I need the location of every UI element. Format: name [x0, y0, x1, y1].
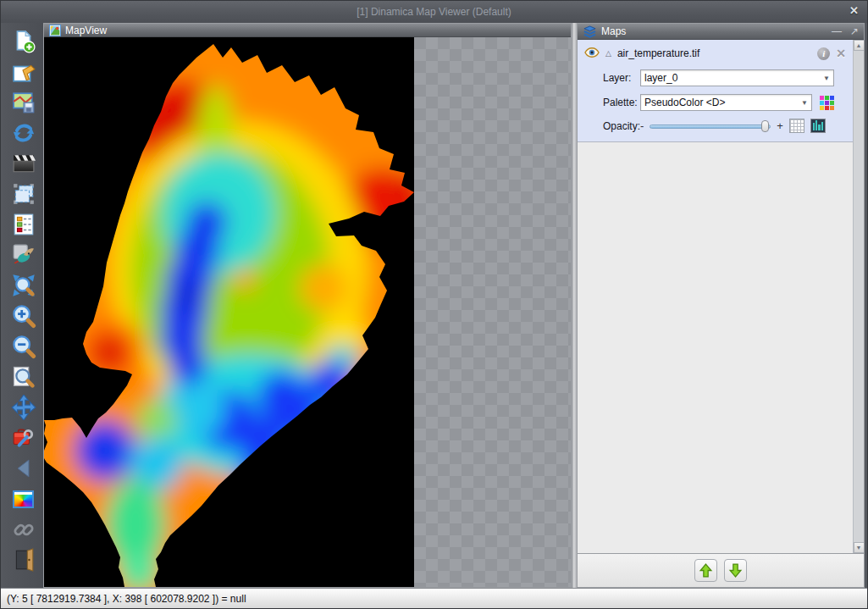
histogram-icon[interactable] — [810, 119, 826, 133]
animation-button[interactable] — [8, 148, 39, 179]
copy-view-button[interactable] — [8, 179, 39, 209]
copy-view-icon — [12, 182, 36, 206]
minimize-icon[interactable]: — — [832, 25, 842, 37]
palette-editor-icon — [13, 490, 34, 508]
palette-label: Palette: — [584, 97, 640, 108]
mapview-header: MapView — [44, 24, 571, 37]
legend-button[interactable] — [8, 209, 39, 240]
visibility-eye-icon[interactable] — [584, 46, 600, 61]
window-title: [1] Dinamica Map Viewer (Default) — [357, 6, 511, 18]
save-map-button[interactable] — [8, 87, 39, 118]
transparent-nodata-area[interactable] — [414, 37, 571, 587]
maps-list: △ air_temperature.tif i ✕ Layer: layer_0… — [578, 40, 853, 553]
temperature-raster[interactable] — [44, 37, 414, 587]
collapse-triangle-icon[interactable]: △ — [605, 49, 611, 58]
select-tool-button[interactable] — [8, 57, 39, 87]
move-layer-up-button[interactable] — [694, 559, 717, 582]
move-layer-down-button[interactable] — [724, 559, 747, 582]
zoom-to-selection-icon — [11, 364, 36, 390]
values-table-icon[interactable] — [789, 119, 804, 133]
palette-grid-icon[interactable] — [820, 96, 834, 110]
zoom-out-button[interactable] — [8, 331, 39, 362]
layer-filename: air_temperature.tif — [617, 47, 699, 59]
go-back-icon — [13, 457, 35, 479]
zoom-to-selection-button[interactable] — [8, 362, 39, 392]
new-map-view-button[interactable] — [8, 26, 39, 57]
maps-scrollbar[interactable]: ▲ ▼ — [853, 40, 864, 553]
zoom-full-extent-button[interactable] — [8, 270, 39, 301]
app-window: [1] Dinamica Map Viewer (Default) ✕ — [0, 0, 868, 609]
legend-icon — [12, 213, 36, 236]
exit-icon — [12, 548, 36, 572]
window-close-icon[interactable]: ✕ — [849, 4, 859, 17]
mapview-title: MapView — [65, 25, 107, 36]
opacity-decrease[interactable]: - — [640, 119, 644, 132]
palette-select[interactable]: PseudoColor <D> ▼ — [640, 94, 812, 111]
reload-map-icon — [11, 120, 36, 146]
layers-icon — [583, 25, 597, 38]
titlebar: [1] Dinamica Map Viewer (Default) ✕ — [1, 1, 867, 23]
bird-view-button[interactable] — [8, 240, 39, 270]
arrow-up-icon — [699, 563, 713, 578]
zoom-in-button[interactable] — [8, 301, 39, 331]
maps-header: Maps — ↗ — [578, 24, 864, 40]
link-views-icon — [12, 518, 36, 541]
reload-map-button[interactable] — [8, 118, 39, 148]
layer-info-icon[interactable]: i — [817, 47, 830, 60]
scroll-up-icon[interactable]: ▲ — [854, 40, 865, 51]
layer-label: Layer: — [584, 72, 640, 84]
scroll-down-icon[interactable]: ▼ — [854, 542, 865, 553]
pan-icon — [11, 395, 36, 420]
mapview-icon — [49, 25, 61, 36]
map-tools-icon — [12, 426, 36, 450]
link-views-button[interactable] — [8, 514, 39, 545]
cursor-coordinates: (Y: 5 [ 7812919.7384 ], X: 398 [ 602078.… — [7, 593, 246, 605]
opacity-slider-handle[interactable] — [761, 120, 769, 132]
bird-view-icon — [12, 243, 36, 267]
pan-button[interactable] — [8, 392, 39, 423]
go-back-button[interactable] — [8, 453, 39, 484]
zoom-in-icon — [11, 303, 36, 329]
maps-title: Maps — [601, 25, 626, 37]
toolbar — [3, 23, 43, 588]
opacity-slider[interactable] — [650, 120, 771, 132]
zoom-full-extent-icon — [11, 273, 36, 298]
mapview-panel: MapView — [43, 23, 572, 588]
map-tools-button[interactable] — [8, 423, 39, 453]
layer-card: △ air_temperature.tif i ✕ Layer: layer_0… — [578, 40, 853, 142]
zoom-out-icon — [11, 334, 36, 359]
palette-editor-button[interactable] — [8, 484, 39, 514]
layer-select[interactable]: layer_0 ▼ — [640, 69, 834, 86]
layer-remove-icon[interactable]: ✕ — [836, 47, 846, 60]
layer-order-toolbar — [578, 553, 864, 587]
new-map-view-icon — [12, 30, 36, 53]
exit-button[interactable] — [8, 545, 39, 575]
map-canvas[interactable] — [44, 37, 571, 587]
opacity-label: Opacity: — [584, 120, 640, 132]
select-tool-icon — [12, 60, 36, 84]
chevron-down-icon: ▼ — [801, 99, 808, 107]
arrow-down-icon — [728, 563, 743, 578]
chevron-down-icon: ▼ — [823, 75, 830, 82]
save-map-icon — [12, 91, 36, 114]
opacity-increase[interactable]: + — [777, 119, 783, 132]
float-icon[interactable]: ↗ — [850, 25, 859, 37]
animation-icon — [12, 152, 36, 175]
maps-panel: Maps — ↗ △ air_temperature.t — [577, 23, 865, 588]
status-bar: (Y: 5 [ 7812919.7384 ], X: 398 [ 602078.… — [1, 588, 867, 608]
